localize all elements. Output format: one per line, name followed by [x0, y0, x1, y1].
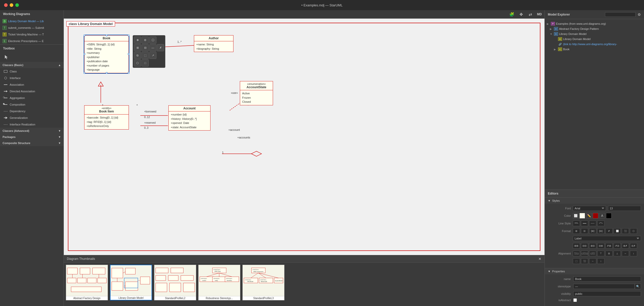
align-btn-extra-1[interactable]: ⬚: [573, 258, 580, 264]
tree-item-link[interactable]: 🔗 (link to http://www.uml-diagrams.org/l…: [545, 42, 644, 47]
tp-grid-btn[interactable]: ⊟: [142, 44, 149, 51]
handle-tc[interactable]: [106, 35, 107, 36]
font-color-swatch[interactable]: [606, 213, 612, 219]
tree-item-library-diagram[interactable]: D Library Domain Model: [545, 36, 644, 42]
tree-item-book[interactable]: ▶ C Book: [545, 47, 644, 52]
fmt-btn-11[interactable]: ⊞⊟: [589, 243, 596, 249]
handle-br[interactable]: [128, 72, 129, 74]
tp-cursor-btn[interactable]: ✥: [134, 36, 141, 44]
tp-paste-btn[interactable]: ⬚: [142, 52, 149, 59]
handle-tr[interactable]: [128, 35, 129, 36]
diagram-item-electronic[interactable]: E Electronic Prescriptions — E: [0, 38, 64, 44]
toolbox-section-classes-basic[interactable]: Classes (Basic) ▲: [0, 62, 64, 68]
name-field-input[interactable]: [573, 276, 641, 282]
align-center[interactable]: ◻⬛◻: [581, 251, 588, 256]
tp-settings-btn[interactable]: ⚙: [142, 36, 149, 44]
author-class[interactable]: Author +name: String +biography: String: [194, 35, 233, 52]
thumbnails-close-btn[interactable]: ✕: [538, 257, 541, 261]
book-class[interactable]: Book +ISBN: String[0..1] {id} +title: St…: [84, 35, 129, 73]
model-explorer-search[interactable]: [605, 12, 636, 17]
toolbox-item-dependency[interactable]: Dependency: [0, 108, 64, 114]
fmt-btn-5[interactable]: ✗: [605, 228, 613, 234]
fmt-btn-9[interactable]: ⊞⊞: [573, 243, 580, 249]
fmt-btn-2[interactable]: ⊟: [581, 228, 588, 234]
close-button[interactable]: [4, 3, 8, 7]
fmt-btn-7[interactable]: ⬛: [622, 228, 629, 234]
styles-header[interactable]: ▼ Styles: [545, 198, 644, 204]
align-btn-extra-3[interactable]: ↔: [589, 258, 596, 264]
diagram-item-library[interactable]: D Library Domain Model — Lib: [0, 18, 64, 24]
tree-item-examples[interactable]: ▶ P Examples (from www.uml-diagrams.org): [545, 21, 644, 26]
align-btn-extra-2[interactable]: ⬛: [581, 258, 588, 264]
pen-icon[interactable]: ✏️: [586, 213, 592, 219]
thumb-library[interactable]: Library Domain Model: [110, 265, 152, 300]
align-left[interactable]: ⬛◻: [573, 251, 580, 256]
font-select[interactable]: Arial: [573, 206, 606, 211]
font-color-icon[interactable]: A: [599, 213, 605, 219]
toolbox-item-generalization[interactable]: Generalization: [0, 114, 64, 121]
tp-minus-btn[interactable]: —: [149, 44, 156, 51]
tree-item-library-folder[interactable]: ▼ D Library Domain Model: [545, 31, 644, 36]
tp-link-btn[interactable]: ⬡: [134, 59, 141, 67]
maximize-button[interactable]: [15, 3, 19, 7]
toolbox-section-classes-advanced[interactable]: Classes (Advanced) ▼: [0, 128, 64, 134]
handle-ml[interactable]: [84, 53, 85, 55]
fmt-btn-8[interactable]: ⬡: [630, 228, 637, 234]
toolbox-item-composition[interactable]: Composition: [0, 101, 64, 108]
account-class[interactable]: Account +number {id} +history: History[0…: [168, 105, 210, 131]
ls-btn-4[interactable]: [597, 221, 604, 226]
gear-icon[interactable]: ⚙: [638, 12, 641, 17]
stereotype-field-input[interactable]: [573, 284, 635, 289]
properties-header[interactable]: ▼ Properties: [545, 268, 644, 274]
fill-color-swatch[interactable]: [579, 213, 585, 219]
toolbox-section-packages[interactable]: Packages ▼: [0, 134, 64, 140]
move-icon[interactable]: ✥: [518, 11, 524, 17]
minimize-button[interactable]: [10, 3, 13, 7]
dist-v[interactable]: ↕: [630, 251, 637, 256]
thumb-standardprofile-l2[interactable]: StandardProfileL2: [154, 265, 196, 300]
thumb-abstract-factory[interactable]: Abstract Factory Design: [66, 265, 108, 300]
ls-btn-2[interactable]: [581, 221, 588, 226]
thumb-robustness[interactable]: «metaClass» UMLClass «stereotype» contro…: [198, 265, 240, 300]
handle-bl[interactable]: [84, 72, 85, 74]
tp-arrow-btn[interactable]: ↗: [149, 52, 156, 59]
tp-copy-btn[interactable]: ⧉: [134, 52, 141, 59]
tree-item-abstract-factory[interactable]: ▶ D Abstract Factory Design Pattern: [545, 26, 644, 31]
diagram-item-ticket[interactable]: T Ticket Vending Machine — T: [0, 31, 64, 38]
handle-tl[interactable]: [84, 35, 85, 36]
line-color-swatch[interactable]: [593, 213, 598, 219]
font-size-input[interactable]: [608, 206, 641, 211]
puzzle-icon[interactable]: 🧩: [509, 11, 515, 17]
fmt-btn-3[interactable]: [⊞]: [589, 228, 596, 234]
visibility-select[interactable]: public protected private: [573, 291, 641, 296]
fmt-btn-4[interactable]: [⊟]: [597, 228, 604, 234]
toolbox-section-composite[interactable]: Composite Structure ▼: [0, 140, 64, 146]
fmt-btn-12[interactable]: ⊟⊞: [597, 243, 604, 249]
fmt-btn-6[interactable]: ⬜: [614, 228, 621, 234]
diagram-item-submit[interactable]: T submit_comments — Submit: [0, 24, 64, 31]
handle-mr[interactable]: [128, 53, 129, 55]
tp-cross-btn[interactable]: ✗: [157, 44, 164, 51]
accountstate-enum[interactable]: «enumeration» AccountState Active Frozen…: [240, 81, 273, 105]
fmt-btn-10[interactable]: ⊟⊟: [581, 243, 588, 249]
dist-h[interactable]: ↔: [622, 251, 629, 256]
handle-bc[interactable]: [106, 72, 107, 74]
is-abstract-checkbox[interactable]: [573, 298, 577, 302]
fmt-btn-1[interactable]: ⊞: [573, 228, 580, 234]
diagram-canvas[interactable]: class Library Domain Model 1..* +borrowe…: [64, 19, 544, 255]
color-format-btn[interactable]: ⬜: [573, 213, 578, 219]
fmt-btn-16[interactable]: ⊟✗: [630, 243, 637, 249]
fmt-btn-14[interactable]: ✗⊟: [614, 243, 621, 249]
toolbox-item-aggregation[interactable]: Aggregation: [0, 95, 64, 101]
tp-square-btn[interactable]: □: [142, 59, 149, 67]
cursor-tool[interactable]: [3, 53, 10, 61]
tp-add-btn[interactable]: ⊞: [134, 44, 141, 51]
toolbox-item-directed-association[interactable]: Directed Association: [0, 88, 64, 95]
tp-info-btn[interactable]: ⓘ: [149, 36, 156, 44]
fmt-btn-15[interactable]: ⊞✗: [622, 243, 629, 249]
thumb-standardprofile-l3[interactable]: «metaClass» UMLComponent «metaClass» UML…: [242, 265, 284, 300]
fmt-btn-13[interactable]: ✗⊞: [605, 243, 613, 249]
stereotype-search-btn[interactable]: 🔍: [635, 284, 641, 289]
align-middle[interactable]: ⊟: [605, 251, 613, 256]
align-right[interactable]: ◻⬛: [589, 251, 596, 256]
